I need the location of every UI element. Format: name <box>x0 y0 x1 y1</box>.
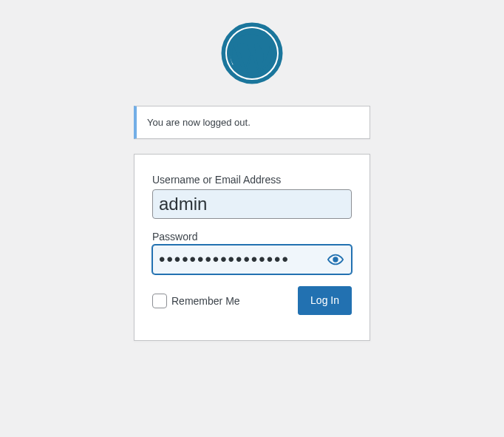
remember-me-text: Remember Me <box>171 295 240 307</box>
remember-me-checkbox[interactable] <box>152 294 167 308</box>
svg-point-2 <box>333 257 338 262</box>
wordpress-logo-link[interactable] <box>221 22 283 87</box>
password-label: Password <box>152 231 352 243</box>
form-footer-row: Remember Me Log In <box>152 286 352 315</box>
username-label: Username or Email Address <box>152 174 352 186</box>
login-form: Username or Email Address Password Remem… <box>134 154 370 341</box>
password-field-wrap <box>152 245 352 274</box>
remember-me-label[interactable]: Remember Me <box>152 294 240 308</box>
wordpress-logo-icon <box>221 22 283 84</box>
logout-message-text: You are now logged out. <box>146 115 361 129</box>
logout-message: You are now logged out. <box>134 106 370 139</box>
eye-icon <box>327 251 344 268</box>
username-input[interactable] <box>152 189 352 219</box>
logo-container <box>134 22 370 87</box>
toggle-password-visibility-button[interactable] <box>321 246 350 273</box>
login-button[interactable]: Log In <box>298 286 352 315</box>
